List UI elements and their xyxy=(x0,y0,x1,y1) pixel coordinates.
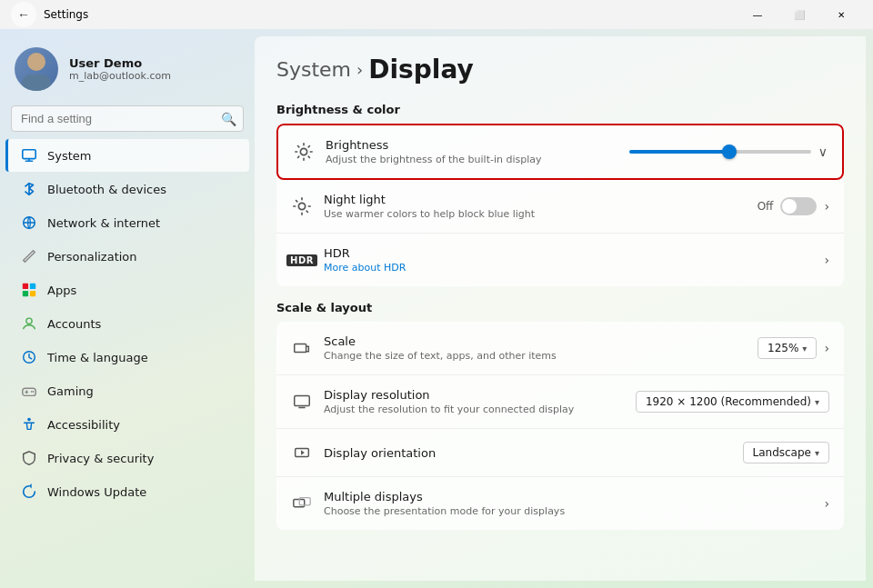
user-name: User Demo xyxy=(69,56,171,70)
hdr-name: HDR xyxy=(324,246,813,260)
brightness-name: Brightness xyxy=(326,138,618,152)
network-icon xyxy=(20,214,38,232)
sidebar-item-gaming[interactable]: Gaming xyxy=(5,374,249,407)
gaming-icon xyxy=(20,382,38,400)
bluetooth-icon xyxy=(20,180,38,198)
night-light-icon xyxy=(291,195,313,217)
sidebar-item-label-accessibility: Accessibility xyxy=(47,418,120,432)
maximize-button[interactable]: ⬜ xyxy=(778,0,820,29)
titlebar: ← Settings — ⬜ ✕ xyxy=(0,0,873,29)
setting-row-scale[interactable]: Scale Change the size of text, apps, and… xyxy=(276,322,844,375)
brightness-icon xyxy=(293,141,315,163)
brightness-slider[interactable] xyxy=(629,150,811,154)
display-orientation-info: Display orientation xyxy=(324,446,732,460)
sidebar-item-apps[interactable]: Apps xyxy=(5,274,249,306)
display-orientation-control: Landscape ▾ xyxy=(743,442,830,463)
scale-icon xyxy=(291,337,313,359)
hdr-link[interactable]: More about HDR xyxy=(324,262,406,274)
night-light-control: Off › xyxy=(758,197,829,215)
sidebar-item-privacy[interactable]: Privacy & security xyxy=(5,442,249,474)
avatar xyxy=(15,47,58,91)
accessibility-icon xyxy=(20,415,38,434)
app-body: User Demo m_lab@outlook.com 🔍 System Blu… xyxy=(0,29,873,588)
display-orientation-name: Display orientation xyxy=(324,446,732,460)
sidebar-item-windows-update[interactable]: Windows Update xyxy=(5,475,249,508)
multiple-displays-info: Multiple displays Choose the presentatio… xyxy=(324,490,813,517)
brightness-desc: Adjust the brightness of the built-in di… xyxy=(326,154,618,165)
sidebar-item-label-apps: Apps xyxy=(47,284,76,297)
sidebar-item-label-windows-update: Windows Update xyxy=(47,485,146,499)
personalization-icon xyxy=(20,247,38,265)
settings-card-brightness-color: Brightness Adjust the brightness of the … xyxy=(276,124,844,286)
slider-thumb xyxy=(722,145,737,159)
sidebar-item-label-time: Time & language xyxy=(47,351,148,364)
breadcrumb: System › Display xyxy=(276,55,844,85)
search-input[interactable] xyxy=(11,105,244,132)
breadcrumb-current: Display xyxy=(368,55,473,85)
setting-row-night-light[interactable]: Night light Use warmer colors to help bl… xyxy=(276,180,844,234)
svg-point-12 xyxy=(300,148,306,154)
display-resolution-name: Display resolution xyxy=(324,388,625,402)
titlebar-title: Settings xyxy=(44,8,88,21)
hdr-info: HDR More about HDR xyxy=(324,246,813,274)
setting-row-brightness[interactable]: Brightness Adjust the brightness of the … xyxy=(276,124,844,180)
user-profile[interactable]: User Demo m_lab@outlook.com xyxy=(0,40,255,105)
svg-rect-3 xyxy=(30,284,35,289)
dropdown-value: Landscape xyxy=(753,446,811,459)
night-light-desc: Use warmer colors to help block blue lig… xyxy=(324,208,747,220)
apps-icon xyxy=(20,281,38,299)
minimize-button[interactable]: — xyxy=(737,0,778,29)
svg-point-6 xyxy=(26,318,32,324)
breadcrumb-parent: System xyxy=(276,58,351,81)
sidebar-item-label-bluetooth: Bluetooth & devices xyxy=(47,183,166,196)
back-button[interactable]: ← xyxy=(11,2,36,27)
sidebar-item-personalization[interactable]: Personalization xyxy=(5,240,249,273)
toggle-night-light[interactable] xyxy=(780,197,817,215)
multiple-displays-chevron: › xyxy=(824,496,829,511)
dropdown-arrow: ▾ xyxy=(815,397,819,407)
user-email: m_lab@outlook.com xyxy=(69,70,171,82)
setting-row-display-resolution[interactable]: Display resolution Adjust the resolution… xyxy=(276,375,844,429)
svg-point-13 xyxy=(298,203,305,209)
dropdown-display-orientation[interactable]: Landscape ▾ xyxy=(743,442,830,463)
sidebar-item-time[interactable]: Time & language xyxy=(5,341,249,374)
svg-rect-14 xyxy=(295,344,306,352)
avatar-figure xyxy=(15,47,58,91)
sidebar-item-label-gaming: Gaming xyxy=(47,384,94,398)
search-icon: 🔍 xyxy=(221,112,236,126)
close-button[interactable]: ✕ xyxy=(820,0,862,29)
brightness-chevron: ∨ xyxy=(818,145,828,159)
setting-row-hdr[interactable]: HDR HDR More about HDR › xyxy=(276,234,844,286)
privacy-icon xyxy=(20,449,38,467)
scale-chevron: › xyxy=(824,341,829,355)
multiple-displays-desc: Choose the presentation mode for your di… xyxy=(324,505,813,517)
sidebar-item-network[interactable]: Network & internet xyxy=(5,206,249,239)
display-resolution-icon xyxy=(291,391,313,413)
sidebar-item-bluetooth[interactable]: Bluetooth & devices xyxy=(5,173,249,205)
display-resolution-desc: Adjust the resolution to fit your connec… xyxy=(324,404,625,415)
sidebar-item-accessibility[interactable]: Accessibility xyxy=(5,408,249,441)
setting-row-multiple-displays[interactable]: Multiple displays Choose the presentatio… xyxy=(276,477,844,530)
dropdown-value: 125% xyxy=(768,342,798,354)
hdr-icon: HDR xyxy=(291,249,313,271)
multiple-displays-name: Multiple displays xyxy=(324,490,813,503)
setting-row-display-orientation[interactable]: Display orientation Landscape ▾ xyxy=(276,429,844,477)
time-icon xyxy=(20,348,38,366)
sidebar-item-label-accounts: Accounts xyxy=(47,317,101,331)
night-light-info: Night light Use warmer colors to help bl… xyxy=(324,193,747,220)
dropdown-display-resolution[interactable]: 1920 × 1200 (Recommended) ▾ xyxy=(636,391,829,413)
windows-update-icon xyxy=(20,483,38,501)
main-content: System › Display Brightness & color Brig… xyxy=(255,36,866,581)
multiple-displays-control: › xyxy=(824,496,829,511)
sidebar-item-label-system: System xyxy=(47,149,91,163)
sidebar-item-accounts[interactable]: Accounts xyxy=(5,307,249,340)
search-box: 🔍 xyxy=(11,105,244,132)
user-info: User Demo m_lab@outlook.com xyxy=(69,56,171,82)
sidebar-item-label-privacy: Privacy & security xyxy=(47,452,154,465)
titlebar-left: ← Settings xyxy=(11,2,88,27)
svg-rect-0 xyxy=(23,150,35,159)
dropdown-scale[interactable]: 125% ▾ xyxy=(758,337,817,359)
hdr-control: › xyxy=(824,253,829,267)
sidebar-item-system[interactable]: System xyxy=(5,139,249,172)
dropdown-value: 1920 × 1200 (Recommended) xyxy=(646,395,811,408)
